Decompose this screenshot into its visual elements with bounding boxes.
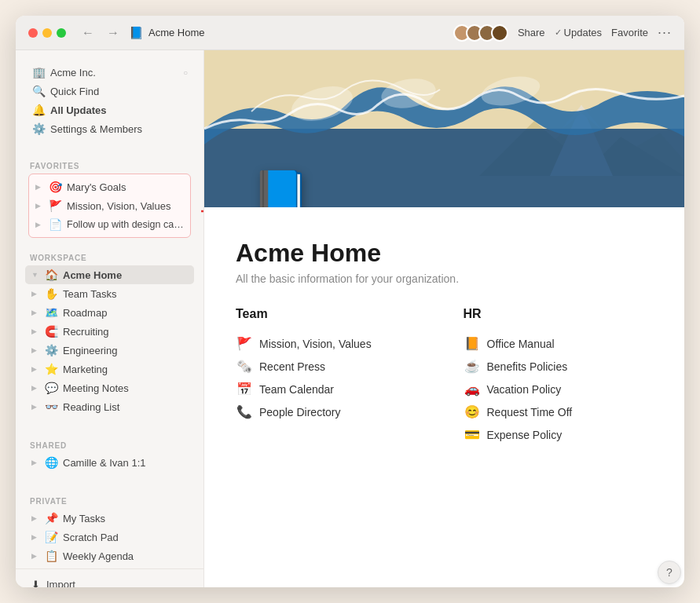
link-recent-press[interactable]: 🗞️ Recent Press bbox=[236, 355, 426, 378]
link-expense[interactable]: 💳 Expense Policy bbox=[464, 423, 654, 446]
chevron-icon: ▶ bbox=[31, 309, 39, 316]
page-subtitle: All the basic information for your organ… bbox=[236, 272, 653, 285]
shared-label: SHARED bbox=[25, 441, 194, 450]
sidebar-item-engineering[interactable]: ▶ ⚙️ Engineering bbox=[25, 341, 194, 360]
vacation-icon: 🚗 bbox=[464, 382, 481, 397]
share-button[interactable]: Share bbox=[518, 27, 545, 38]
calendar-icon: 📅 bbox=[236, 382, 253, 397]
link-benefits[interactable]: ☕ Benefits Policies bbox=[464, 355, 654, 378]
chevron-icon: ▶ bbox=[35, 202, 43, 210]
time-off-icon: 😊 bbox=[464, 404, 481, 419]
chevron-icon: ▼ bbox=[31, 271, 39, 279]
more-options-button[interactable]: ··· bbox=[658, 24, 672, 41]
minimize-button[interactable] bbox=[42, 28, 52, 38]
team-column: Team 🚩 Mission, Vision, Values 🗞️ Recent… bbox=[236, 307, 426, 446]
close-button[interactable] bbox=[28, 28, 38, 38]
chevron-icon: ▶ bbox=[31, 533, 39, 541]
link-mission[interactable]: 🚩 Mission, Vision, Values bbox=[236, 332, 426, 355]
hr-column: HR 📙 Office Manual ☕ Benefits Policies 🚗… bbox=[464, 307, 654, 446]
office-manual-icon: 📙 bbox=[464, 336, 481, 351]
cover-image: 📘 bbox=[204, 50, 684, 207]
chevron-icon: ▶ bbox=[35, 183, 43, 191]
sidebar-item-scratch-pad[interactable]: ▶ 📝 Scratch Pad bbox=[25, 528, 194, 546]
link-vacation[interactable]: 🚗 Vacation Policy bbox=[464, 378, 654, 400]
link-people-directory[interactable]: 📞 People Directory bbox=[236, 400, 426, 423]
titlebar: ← → 📘 Acme Home Share ✓ Updates Favorite… bbox=[16, 16, 684, 50]
sidebar-bottom: ⬇ Import 🗑️ Trash + New Page bbox=[16, 568, 203, 587]
sidebar-item-team-tasks[interactable]: ▶ ✋ Team Tasks bbox=[25, 284, 194, 303]
content-area: 📘 Acme Home All the basic information fo… bbox=[204, 50, 684, 587]
sidebar-item-reading-list[interactable]: ▶ 👓 Reading List bbox=[25, 397, 194, 416]
main-content: 🏢 Acme Inc. ○ 🔍 Quick Find 🔔 All Updates… bbox=[16, 50, 684, 587]
sidebar-item-roadmap[interactable]: ▶ 🗺️ Roadmap bbox=[25, 303, 194, 322]
private-label: PRIVATE bbox=[25, 497, 194, 506]
favorites-section: FAVORITES ▶ 🎯 Mary's Goals ▶ 🚩 Mission, … bbox=[16, 149, 203, 241]
all-updates[interactable]: 🔔 All Updates bbox=[25, 100, 194, 119]
favorites-label: FAVORITES bbox=[25, 162, 194, 170]
forward-button[interactable]: → bbox=[104, 24, 123, 42]
workspace-name[interactable]: 🏢 Acme Inc. ○ bbox=[25, 63, 194, 82]
sidebar-item-followup[interactable]: ▶ 📄 Follow up with design can... bbox=[29, 215, 190, 234]
import-button[interactable]: ⬇ Import bbox=[25, 576, 194, 587]
private-section: PRIVATE ▶ 📌 My Tasks ▶ 📝 Scratch Pad ▶ 📋… bbox=[16, 484, 203, 568]
chevron-icon: ▶ bbox=[31, 384, 39, 392]
mission-icon: 🚩 bbox=[236, 336, 253, 351]
help-button[interactable]: ? bbox=[658, 561, 681, 584]
chevron-icon: ▶ bbox=[31, 403, 39, 411]
content-columns: Team 🚩 Mission, Vision, Values 🗞️ Recent… bbox=[236, 307, 653, 446]
sidebar-item-marketing[interactable]: ▶ ⭐ Marketing bbox=[25, 360, 194, 378]
sidebar-item-weekly-agenda[interactable]: ▶ 📋 Weekly Agenda bbox=[25, 546, 194, 565]
sidebar-item-acme-home[interactable]: ▼ 🏠 Acme Home bbox=[25, 265, 194, 284]
updates-button[interactable]: ✓ Updates bbox=[555, 27, 602, 38]
settings-members[interactable]: ⚙️ Settings & Members bbox=[25, 119, 194, 138]
workspace-label: WORKSPACE bbox=[25, 254, 194, 262]
recent-press-icon: 🗞️ bbox=[236, 359, 253, 374]
page-title: Acme Home bbox=[236, 239, 653, 268]
quick-find[interactable]: 🔍 Quick Find bbox=[25, 82, 194, 100]
content-body: Acme Home All the basic information for … bbox=[204, 207, 684, 587]
hr-header: HR bbox=[464, 307, 654, 321]
chevron-icon: ▶ bbox=[31, 514, 39, 522]
page-icon: 📘 bbox=[129, 26, 144, 40]
workspace-section: WORKSPACE ▼ 🏠 Acme Home ▶ ✋ Team Tasks ▶… bbox=[16, 241, 203, 419]
link-team-calendar[interactable]: 📅 Team Calendar bbox=[236, 378, 426, 400]
chevron-icon: ▶ bbox=[31, 327, 39, 335]
chevron-icon: ▶ bbox=[31, 459, 39, 466]
sidebar-item-my-tasks[interactable]: ▶ 📌 My Tasks bbox=[25, 509, 194, 528]
page-title-label: Acme Home bbox=[148, 27, 205, 38]
page-title-bar: 📘 Acme Home bbox=[129, 26, 205, 40]
sidebar-item-recruiting[interactable]: ▶ 🧲 Recruiting bbox=[25, 322, 194, 341]
sidebar-item-marys-goals[interactable]: ▶ 🎯 Mary's Goals bbox=[29, 177, 190, 196]
chevron-icon: ▶ bbox=[31, 552, 39, 560]
team-header: Team bbox=[236, 307, 426, 321]
chevron-icon: ▶ bbox=[35, 221, 43, 228]
titlebar-actions: Share ✓ Updates Favorite ··· bbox=[453, 24, 672, 42]
link-office-manual[interactable]: 📙 Office Manual bbox=[464, 332, 654, 355]
shared-section: SHARED ▶ 🌐 Camille & Ivan 1:1 bbox=[16, 429, 203, 475]
chevron-icon: ▶ bbox=[31, 346, 39, 354]
sidebar: 🏢 Acme Inc. ○ 🔍 Quick Find 🔔 All Updates… bbox=[16, 50, 204, 587]
chevron-icon: ▶ bbox=[31, 290, 39, 298]
chevron-icon: ▶ bbox=[31, 365, 39, 373]
sidebar-item-meeting-notes[interactable]: ▶ 💬 Meeting Notes bbox=[25, 378, 194, 397]
expense-icon: 💳 bbox=[464, 427, 481, 442]
maximize-button[interactable] bbox=[57, 28, 66, 38]
sidebar-item-camille-ivan[interactable]: ▶ 🌐 Camille & Ivan 1:1 bbox=[25, 453, 194, 472]
avatar-4 bbox=[491, 24, 508, 42]
back-button[interactable]: ← bbox=[79, 24, 97, 42]
directory-icon: 📞 bbox=[236, 404, 253, 419]
benefits-icon: ☕ bbox=[464, 359, 481, 374]
collaborator-avatars bbox=[453, 24, 508, 42]
favorite-button[interactable]: Favorite bbox=[611, 27, 648, 38]
book-icon: 📘 bbox=[251, 167, 310, 207]
sidebar-item-mission[interactable]: ▶ 🚩 Mission, Vision, Values bbox=[29, 196, 190, 215]
link-time-off[interactable]: 😊 Request Time Off bbox=[464, 400, 654, 423]
traffic-lights bbox=[28, 28, 66, 38]
favorites-box: ▶ 🎯 Mary's Goals ▶ 🚩 Mission, Vision, Va… bbox=[28, 174, 191, 238]
